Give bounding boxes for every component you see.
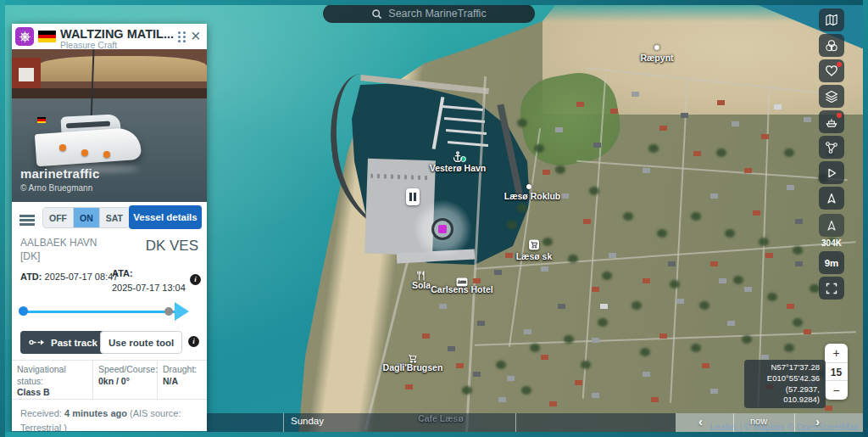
- port-country: [DK]: [20, 250, 40, 262]
- stat-label: Draught:: [163, 364, 197, 374]
- coords-lat: N57°17'37.28: [750, 362, 820, 373]
- toggle-on[interactable]: ON: [74, 208, 100, 227]
- zoom-level: 15: [825, 362, 848, 381]
- map-label-vesteroe-havn: Vesterø Havn: [430, 163, 487, 173]
- atd-row: ATD: 2025-07-17 08:47: [20, 272, 118, 282]
- panel-header: WALTZING MATIL... Pleasure Craft ×: [12, 24, 207, 49]
- stats-table: Navigational status: Class B Speed/Cours…: [12, 360, 207, 400]
- timeline-divider: [794, 413, 795, 432]
- timeline-divider: [515, 413, 516, 432]
- map-label-laesoe-sk: Læsø sk: [516, 251, 553, 261]
- vessel-title[interactable]: WALTZING MATIL...: [60, 27, 174, 41]
- vessel-count: 304K: [819, 238, 844, 248]
- stat-label: Navigational status:: [17, 364, 66, 386]
- window-frame: [0, 0, 5, 437]
- vessel-photo: marinetraffic © Arno Bruegmann: [12, 49, 207, 202]
- timeline-prev-icon[interactable]: ‹: [698, 414, 703, 429]
- photo-credit: © Arno Bruegmann: [20, 183, 92, 193]
- zoom-control: + 15 −: [825, 344, 848, 400]
- ata-value: 2025-07-17 13:04: [112, 283, 186, 293]
- range-button[interactable]: 9m: [819, 251, 844, 274]
- stat-value: Class B: [17, 387, 87, 399]
- range-value: 9m: [825, 258, 839, 268]
- voyage-progress-line: [22, 311, 180, 313]
- search-placeholder: Search MarineTraffic: [388, 8, 486, 20]
- nearby-vessels-icon: [826, 220, 837, 232]
- ata-row: ATA: 2025-07-17 13:04: [112, 266, 186, 294]
- route-nodes-icon: [825, 141, 838, 154]
- fullscreen-button[interactable]: [819, 277, 844, 300]
- nearby-vessels-button[interactable]: [819, 214, 844, 237]
- timeline-divider: [733, 413, 734, 432]
- filters-icon: [825, 39, 838, 53]
- map-label-carlsens-hotel: Carlsens Hotel: [431, 284, 493, 294]
- pleasure-craft-icon: [15, 27, 34, 46]
- received-prefix: Received:: [20, 408, 62, 418]
- track-toggle: OFF ON SAT: [42, 207, 130, 228]
- stat-nav-status: Navigational status: Class B: [12, 361, 93, 399]
- map-label-laesoe-roklub: Læsø Roklub: [504, 191, 561, 201]
- map-label-raepynt: Ræpynt: [640, 53, 673, 63]
- germany-flag-icon: [38, 31, 56, 42]
- map-style-button[interactable]: [819, 8, 844, 31]
- zoom-in-button[interactable]: +: [825, 344, 848, 362]
- timeline-divider: [283, 413, 284, 432]
- timeline-next-icon[interactable]: ›: [815, 414, 820, 429]
- received-time: 4 minutes ago: [64, 408, 127, 418]
- moored-vessel-marker[interactable]: [406, 188, 420, 205]
- past-track-icon: [29, 339, 46, 346]
- center-vessel-button[interactable]: [819, 187, 844, 210]
- my-fleet-button[interactable]: [819, 110, 844, 133]
- poi-dot: [654, 45, 659, 50]
- voyage-position-dot: [164, 307, 173, 316]
- ata-info-icon[interactable]: i: [190, 274, 201, 285]
- fleet-icon: [825, 115, 838, 128]
- past-track-button[interactable]: Past track: [20, 331, 106, 354]
- map-label-dagli-brugsen: Dagli'Brugsen: [383, 362, 443, 373]
- poi-dot: [526, 184, 531, 189]
- cursor-coordinates: N57°17'37.28 E010°55'42.36 (57.2937, 010…: [744, 360, 826, 408]
- drag-handle-icon[interactable]: [178, 31, 181, 34]
- routes-button[interactable]: [819, 136, 844, 159]
- vessel-info-panel: WALTZING MATIL... Pleasure Craft × marin…: [12, 24, 207, 431]
- zoom-out-button[interactable]: −: [825, 381, 848, 400]
- favorites-button[interactable]: [819, 59, 844, 82]
- toggle-off[interactable]: OFF: [43, 208, 74, 227]
- timeline-future-bar[interactable]: [676, 413, 863, 432]
- toggle-sat[interactable]: SAT: [100, 208, 129, 227]
- window-frame: [0, 0, 868, 5]
- timeline-bar[interactable]: [207, 413, 676, 432]
- fullscreen-icon: [826, 283, 837, 294]
- vessel-details-button[interactable]: Vessel details: [129, 205, 202, 229]
- map-icon: [825, 14, 838, 26]
- search-icon: [371, 8, 382, 20]
- playback-button[interactable]: [819, 161, 844, 184]
- stat-label: Speed/Course:: [98, 364, 158, 374]
- menu-icon[interactable]: [19, 215, 35, 217]
- close-icon[interactable]: ×: [191, 25, 201, 47]
- stat-value: N/A: [163, 376, 202, 388]
- notification-dot: [837, 113, 842, 118]
- port-name: AALBAEK HAVN: [20, 237, 97, 249]
- layers-icon: [825, 90, 838, 104]
- route-tool-button[interactable]: Use route tool: [100, 331, 182, 354]
- search-bar[interactable]: Search MarineTraffic: [323, 4, 535, 23]
- route-info-icon[interactable]: i: [188, 336, 199, 347]
- destination: DK VES: [146, 238, 198, 255]
- coords-lon: E010°55'42.36: [750, 373, 820, 384]
- photo-watermark: marinetraffic: [20, 166, 99, 181]
- stat-value: 0kn / 0°: [98, 376, 152, 388]
- vessel-type-label: Pleasure Craft: [60, 40, 117, 50]
- vessel-arrow-icon: [826, 193, 837, 204]
- photo-stern-flag: [37, 117, 46, 123]
- photo-fender: [59, 144, 66, 151]
- photo-fender: [81, 149, 88, 156]
- heart-icon: [825, 64, 838, 77]
- play-icon: [826, 167, 837, 179]
- stat-draught: Draught: N/A: [158, 361, 207, 399]
- layers-button[interactable]: [819, 85, 844, 108]
- past-track-label: Past track: [51, 338, 97, 348]
- photo-barge: [12, 49, 207, 98]
- selected-vessel-marker[interactable]: [438, 225, 447, 233]
- filters-button[interactable]: [819, 34, 844, 57]
